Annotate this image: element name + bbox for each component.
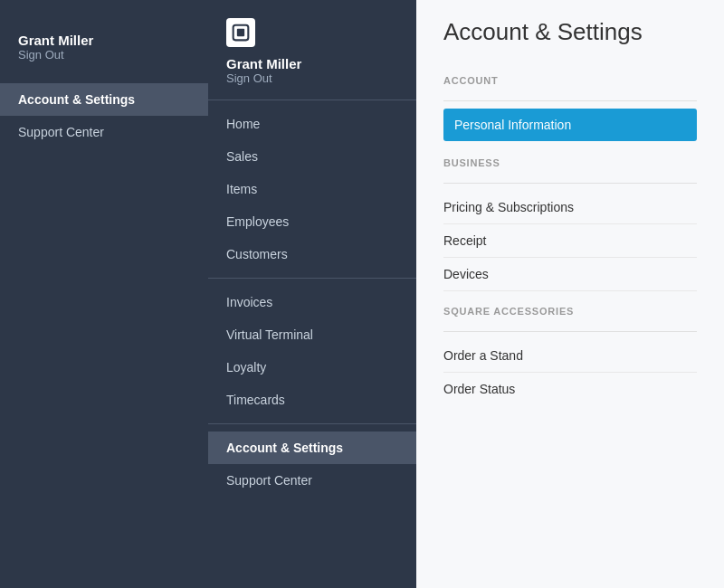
svg-rect-1 [237,29,244,36]
dropdown-username: Grant Miller [226,56,398,71]
sidebar-item-support-center[interactable]: Support Center [0,116,208,148]
dropdown-nav: Home Sales Items Employees Customers Inv… [208,100,416,504]
menu-item-personal-information[interactable]: Personal Information [443,109,697,141]
dropdown-item-invoices[interactable]: Invoices [208,286,416,318]
menu-item-receipt[interactable]: Receipt [443,224,697,258]
section-divider-square-accessories [443,331,697,332]
section-label-business: BUSINESS [443,143,697,175]
main-body: ACCOUNT Personal Information BUSINESS Pr… [416,61,724,405]
dropdown-overlay: Grant Miller Sign Out Home Sales Items E… [208,0,416,588]
left-sidebar-username: Grant Miller [18,33,190,48]
dropdown-header: Grant Miller Sign Out [208,0,416,100]
left-sidebar-nav: Account & Settings Support Center [0,83,208,148]
section-label-square-accessories: SQUARE ACCESSORIES [443,291,697,324]
dropdown-divider-1 [208,278,416,279]
dropdown-item-support-center[interactable]: Support Center [208,464,416,497]
menu-item-order-stand[interactable]: Order a Stand [443,339,697,373]
section-divider-account [443,100,697,101]
dropdown-item-account-settings[interactable]: Account & Settings [208,432,416,464]
dropdown-item-timecards[interactable]: Timecards [208,384,416,416]
section-label-account: ACCOUNT [443,61,697,93]
left-sidebar: Grant Miller Sign Out Account & Settings… [0,0,208,588]
left-sidebar-signout[interactable]: Sign Out [18,48,190,62]
main-content: Account & Settings ACCOUNT Personal Info… [416,0,724,588]
dropdown-signout[interactable]: Sign Out [226,71,398,85]
page-title: Account & Settings [443,18,697,46]
dropdown-item-items[interactable]: Items [208,173,416,205]
dropdown-item-loyalty[interactable]: Loyalty [208,351,416,384]
menu-item-pricing-subscriptions[interactable]: Pricing & Subscriptions [443,191,697,224]
dropdown-item-home[interactable]: Home [208,108,416,140]
square-logo-icon [226,18,255,47]
section-divider-business [443,183,697,184]
sidebar-item-account-settings[interactable]: Account & Settings [0,83,208,116]
menu-item-order-status[interactable]: Order Status [443,373,697,405]
dropdown-item-virtual-terminal[interactable]: Virtual Terminal [208,318,416,351]
dropdown-divider-2 [208,423,416,424]
dropdown-item-customers[interactable]: Customers [208,238,416,270]
dropdown-item-employees[interactable]: Employees [208,205,416,238]
main-header: Account & Settings [416,0,724,61]
left-sidebar-user: Grant Miller Sign Out [0,18,208,83]
dropdown-item-sales[interactable]: Sales [208,140,416,173]
menu-item-devices[interactable]: Devices [443,258,697,291]
